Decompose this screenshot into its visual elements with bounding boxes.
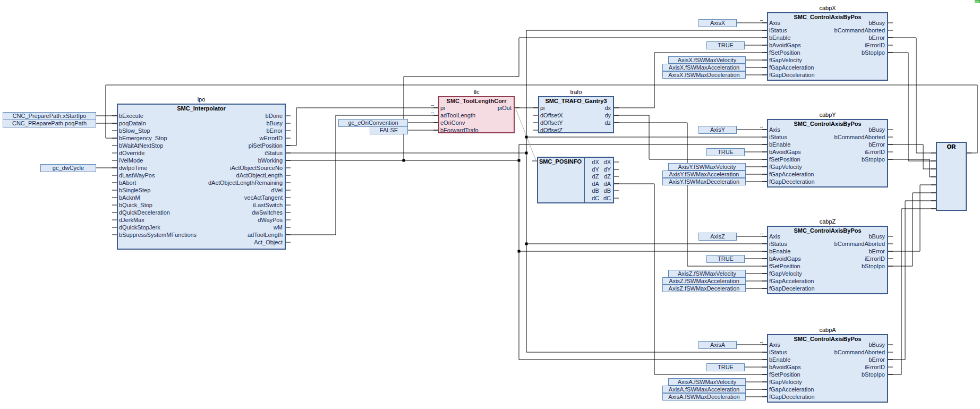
pin-tlc-adToolLength[interactable]: adToolLength [440, 112, 475, 119]
fb-instance-trafo[interactable]: trafo [538, 89, 614, 95]
input-box-axisx[interactable]: AxisX [698, 19, 737, 27]
input-box-axx_dec[interactable]: AxisX.fSWMaxDeceleration [662, 71, 746, 79]
input-box-axz_dec[interactable]: AxisZ.fSWMaxDeceleration [662, 285, 746, 292]
wire[interactable] [888, 185, 936, 251]
pin-ipo-iActObjectSourceNo[interactable]: iActObjectSourceNo [117, 164, 283, 172]
pin-ipo-iStatus[interactable]: iStatus [117, 149, 283, 157]
input-box-truey[interactable]: TRUE [706, 148, 745, 156]
input-box-axy_dec[interactable]: AxisY.fSWMaxDeceleration [662, 178, 746, 185]
input-box-axisy[interactable]: AxisY [698, 126, 737, 134]
pin-cabpX-fGapVelocity[interactable]: fGapVelocity [769, 56, 802, 64]
pin-cabpA-bCommandAborted[interactable]: bCommandAborted [767, 348, 885, 356]
pin-cabpX-bCommandAborted[interactable]: bCommandAborted [767, 27, 885, 34]
pin-ipo-dwSwitches[interactable]: dwSwitches [117, 209, 283, 216]
pin-ipo-wErrorID[interactable]: wErrorID [117, 134, 283, 142]
pin-cabpA-bError[interactable]: bError [767, 356, 885, 363]
pin-cabpZ-bStopIpo[interactable]: bStopIpo [767, 262, 885, 270]
pin-cabpX-fGapDeceleration[interactable]: fGapDeceleration [769, 71, 815, 79]
pin-ipo-adToolLength[interactable]: adToolLength [117, 231, 283, 238]
pin-ipo-wM[interactable]: wM [117, 224, 283, 231]
input-box-axa_vel[interactable]: AxisA.fSWMaxVelocity [668, 378, 746, 386]
pin-cabpY-iErrorID[interactable]: iErrorID [767, 148, 885, 156]
pin-ipo-bDone[interactable]: bDone [117, 112, 283, 120]
input-box-axa_acc[interactable]: AxisA.fSWMaxAcceleration [662, 386, 746, 393]
pin-cabpA-iErrorID[interactable]: iErrorID [767, 363, 885, 371]
pin-cabpX-bStopIpo[interactable]: bStopIpo [767, 49, 885, 56]
input-box-dwcycle[interactable]: gc_dwCycle [40, 164, 96, 172]
pin-cabpZ-bCommandAborted[interactable]: bCommandAborted [767, 240, 885, 248]
pin-tlc-eOriConv[interactable]: eOriConv [440, 119, 465, 126]
wire[interactable] [888, 144, 936, 169]
pin-trafo-dy[interactable]: dy [538, 112, 611, 119]
pin-ipo-dVel[interactable]: dVel [117, 186, 283, 194]
pin-cabpA-fGapAcceleration[interactable]: fGapAcceleration [769, 386, 814, 393]
fb-instance-cabpA[interactable]: cabpA [767, 327, 888, 333]
wire[interactable] [888, 201, 936, 360]
pin-cabpA-bStopIpo[interactable]: bStopIpo [767, 371, 885, 378]
input-box-truez[interactable]: TRUE [706, 255, 745, 263]
input-box-axisa[interactable]: AxisA [698, 341, 737, 349]
pin-cabpX-bError[interactable]: bError [767, 34, 885, 41]
fb-instance-cabpY[interactable]: cabpY [767, 112, 888, 118]
pin-tlc-bForwardTrafo[interactable]: bForwardTrafo [440, 126, 479, 134]
pin-ipo-dActObjectLength[interactable]: dActObjectLength [117, 172, 283, 179]
input-box-axx_acc[interactable]: AxisX.fSWMaxAcceleration [662, 64, 746, 71]
input-box-axz_acc[interactable]: AxisZ.fSWMaxAcceleration [662, 277, 746, 285]
pin-cabpZ-fGapVelocity[interactable]: fGapVelocity [769, 270, 802, 277]
wire[interactable] [888, 209, 936, 374]
pin-ipo-piSetPosition[interactable]: piSetPosition [117, 142, 283, 149]
pin-cabpY-fGapVelocity[interactable]: fGapVelocity [769, 163, 802, 171]
pin-posinfo-dC[interactable]: dC [584, 194, 607, 202]
fb-instance-tlc[interactable]: tlc [438, 89, 515, 95]
pin-cabpY-fGapDeceleration[interactable]: fGapDeceleration [769, 178, 815, 185]
input-box-false_tlc[interactable]: FALSE [370, 126, 408, 134]
input-box-xstartipo[interactable]: CNC_PreparePath.xStartIpo [3, 112, 96, 120]
fb-instance-cabpZ[interactable]: cabpZ [767, 218, 888, 225]
pin-ipo-iLastSwitch[interactable]: iLastSwitch [117, 201, 283, 209]
wire[interactable] [286, 115, 438, 235]
wire[interactable] [888, 193, 936, 266]
pin-ipo-dActObjectLengthRemaining[interactable]: dActObjectLengthRemaining [117, 179, 283, 186]
pin-cabpX-iErrorID[interactable]: iErrorID [767, 41, 885, 49]
pin-ipo-vecActTangent[interactable]: vecActTangent [117, 194, 283, 201]
pin-posinfo-dA[interactable]: dA [584, 180, 607, 188]
input-box-truea[interactable]: TRUE [706, 363, 745, 371]
pin-cabpZ-bError[interactable]: bError [767, 248, 885, 255]
pin-posinfo-dX[interactable]: dX [584, 158, 607, 166]
pin-ipo-bWorking[interactable]: bWorking [117, 157, 283, 164]
pin-cabpX-fGapAcceleration[interactable]: fGapAcceleration [769, 64, 814, 71]
pin-posinfo-dB[interactable]: dB [584, 187, 607, 194]
pin-posinfo-dY[interactable]: dY [584, 166, 607, 173]
pin-trafo-dx[interactable]: dx [538, 104, 611, 112]
input-box-axy_vel[interactable]: AxisY.fSWMaxVelocity [668, 163, 746, 171]
input-box-axx_vel[interactable]: AxisX.fSWMaxVelocity [668, 56, 746, 64]
pin-ipo-bBusy[interactable]: bBusy [117, 120, 283, 127]
pin-trafo-dz[interactable]: dz [538, 119, 611, 126]
input-box-truex[interactable]: TRUE [706, 41, 745, 49]
input-box-axa_dec[interactable]: AxisA.fSWMaxDeceleration [662, 393, 746, 401]
fb-or_gate[interactable]: OROR [936, 142, 967, 211]
pin-cabpX-bBusy[interactable]: bBusy [767, 19, 885, 27]
input-box-axisz[interactable]: AxisZ [698, 233, 737, 241]
wire[interactable] [888, 38, 936, 153]
input-box-axz_vel[interactable]: AxisZ.fSWMaxVelocity [668, 270, 746, 277]
pin-ipo-Act_Object[interactable]: Act_Object [117, 238, 283, 246]
pin-cabpY-bCommandAborted[interactable]: bCommandAborted [767, 133, 885, 141]
input-box-eoriconv[interactable]: gc_eOriConvention [338, 119, 408, 127]
input-box-poqpath[interactable]: CNC_PReparePath.poqPath [3, 120, 96, 127]
pin-cabpY-bStopIpo[interactable]: bStopIpo [767, 156, 885, 163]
fb-instance-ipo[interactable]: ipo [117, 96, 286, 103]
pin-tlc-piOut[interactable]: piOut [438, 104, 512, 112]
pin-trafo-dOffsetZ[interactable]: dOffsetZ [540, 126, 563, 134]
pin-ipo-bError[interactable]: bError [117, 127, 283, 134]
pin-cabpY-bError[interactable]: bError [767, 141, 885, 148]
pin-ipo-dWayPos[interactable]: dWayPos [117, 216, 283, 224]
pin-posinfo-dZ[interactable]: dZ [584, 173, 607, 180]
pin-cabpA-fGapDeceleration[interactable]: fGapDeceleration [769, 393, 815, 401]
pin-cabpZ-iErrorID[interactable]: iErrorID [767, 255, 885, 262]
pin-cabpA-fGapVelocity[interactable]: fGapVelocity [769, 378, 802, 386]
pin-cabpY-fGapAcceleration[interactable]: fGapAcceleration [769, 171, 814, 178]
pin-cabpZ-bBusy[interactable]: bBusy [767, 233, 885, 240]
pin-cabpY-bBusy[interactable]: bBusy [767, 126, 885, 133]
fb-instance-cabpX[interactable]: cabpX [767, 5, 888, 11]
